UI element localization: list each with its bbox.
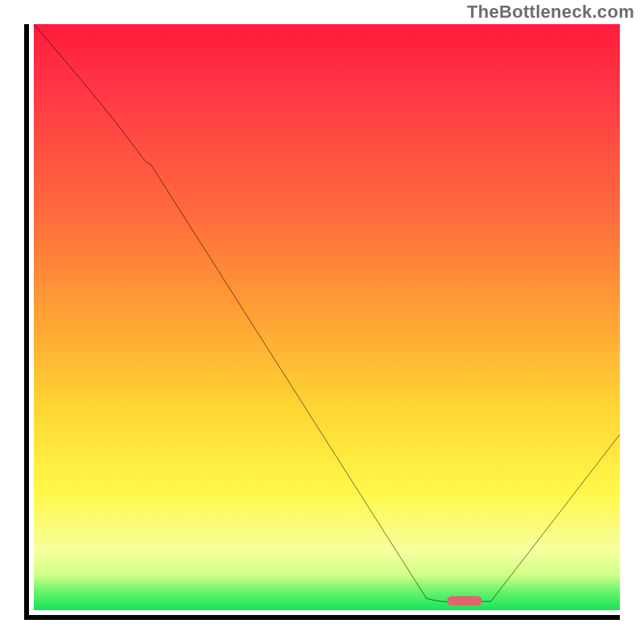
watermark-text: TheBottleneck.com: [467, 2, 634, 23]
bottleneck-chart: TheBottleneck.com: [0, 0, 644, 644]
optimal-marker: [447, 597, 482, 606]
plot-axes: [24, 24, 620, 620]
curve-layer: [34, 24, 620, 610]
bottleneck-curve: [34, 24, 620, 602]
